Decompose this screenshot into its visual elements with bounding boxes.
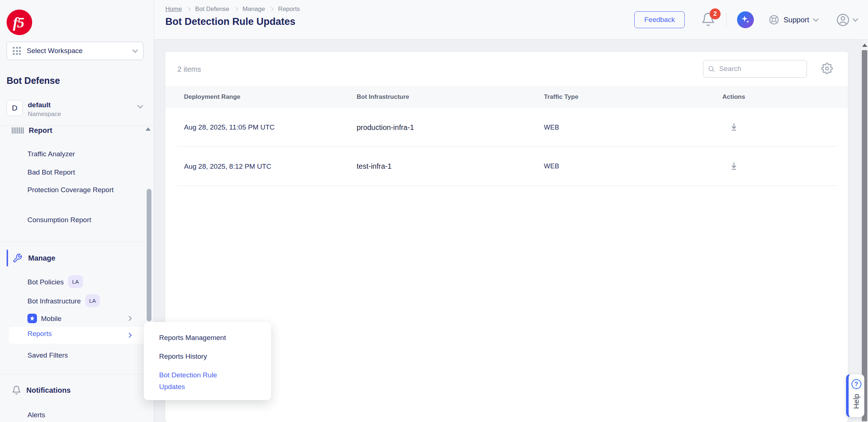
item-label: Bot Policies	[27, 278, 64, 286]
cell-traffic-type: WEB	[525, 124, 679, 131]
column-header-actions: Actions	[679, 93, 789, 101]
breadcrumb-reports[interactable]: Reports	[278, 5, 300, 13]
f5-logo-text: f5	[13, 14, 23, 31]
divider	[0, 242, 154, 242]
download-icon	[729, 122, 739, 132]
sidebar-section-notifications[interactable]: Notifications	[12, 382, 71, 398]
header-actions: Feedback 2 Support	[634, 0, 857, 40]
user-avatar-icon	[836, 13, 850, 27]
breadcrumb: Home Bot Defense Manage Reports	[165, 5, 300, 13]
product-title: Bot Defense	[7, 75, 60, 86]
lifebuoy-icon	[769, 14, 779, 25]
gear-icon	[821, 63, 833, 74]
chevron-down-icon	[813, 16, 819, 22]
table-row: Aug 28, 2025, 8:12 PM UTC test-infra-1 W…	[165, 147, 848, 186]
cell-deployment-range: Aug 28, 2025, 8:12 PM UTC	[165, 163, 338, 171]
sidebar-item-saved-filters[interactable]: Saved Filters	[27, 350, 68, 361]
submenu-item-reports-history[interactable]: Reports History	[159, 351, 261, 362]
download-button[interactable]	[728, 120, 740, 134]
sidebar-section-manage[interactable]: Manage	[12, 250, 55, 266]
sidebar-item-bot-policies[interactable]: Bot PoliciesLA	[27, 275, 83, 288]
cell-bot-infrastructure: production-infra-1	[338, 123, 525, 132]
download-icon	[729, 161, 739, 171]
active-section-indicator	[7, 250, 8, 266]
column-header-bot-infrastructure: Bot Infrastructure	[338, 93, 525, 101]
submenu-item-bot-detection-rule-updates[interactable]: Bot Detection Rule Updates	[159, 369, 238, 393]
support-label: Support	[784, 16, 809, 24]
download-button[interactable]	[728, 160, 740, 173]
breadcrumb-bot-defense[interactable]: Bot Defense	[195, 5, 229, 13]
support-menu[interactable]: Support	[769, 14, 818, 25]
table-row: Aug 28, 2025, 11:05 PM UTC production-in…	[165, 108, 848, 147]
top-header-band: Home Bot Defense Manage Reports Bot Dete…	[154, 0, 868, 40]
scrollbar-up-arrow[interactable]	[862, 44, 867, 47]
sidebar: f5 Select Workspace Bot Defense D defaul…	[0, 0, 154, 422]
chevron-down-icon	[853, 16, 858, 22]
search-icon	[708, 65, 715, 73]
help-tab[interactable]: ? Help	[846, 374, 864, 417]
ai-assistant-button[interactable]	[737, 11, 754, 28]
sidebar-scroll-up-arrow[interactable]	[146, 127, 151, 131]
divider	[0, 374, 154, 374]
search-box	[703, 60, 807, 78]
workspace-selector[interactable]: Select Workspace	[7, 42, 143, 60]
cell-deployment-range: Aug 28, 2025, 11:05 PM UTC	[165, 123, 338, 131]
column-header-traffic-type: Traffic Type	[525, 93, 679, 101]
la-badge: LA	[85, 294, 100, 307]
chevron-right-icon	[270, 7, 274, 11]
cell-bot-infrastructure: test-infra-1	[338, 162, 525, 171]
section-label: Manage	[28, 254, 55, 262]
sidebar-item-alerts[interactable]: Alerts	[27, 409, 45, 421]
notifications-button[interactable]: 2	[701, 11, 716, 28]
sidebar-item-protection-coverage-report[interactable]: Protection Coverage Report	[27, 184, 126, 195]
sidebar-item-bot-infrastructure[interactable]: Bot InfrastructureLA	[27, 294, 100, 307]
sidebar-section-report[interactable]: Report	[12, 126, 52, 138]
f5-logo[interactable]: f5	[7, 10, 32, 35]
cell-traffic-type: WEB	[525, 163, 679, 170]
namespace-name: default	[28, 101, 50, 109]
breadcrumb-home[interactable]: Home	[165, 5, 182, 13]
sidebar-item-mobile[interactable]: Mobile	[0, 313, 154, 324]
namespace-avatar: D	[7, 100, 23, 116]
la-badge: LA	[68, 275, 83, 288]
sidebar-item-consumption-report[interactable]: Consumption Report	[27, 214, 91, 225]
star-badge-icon	[27, 314, 37, 323]
table-settings-button[interactable]	[821, 63, 833, 75]
page-title: Bot Detection Rule Updates	[165, 16, 296, 27]
item-label: Bot Infrastructure	[27, 297, 81, 305]
submenu-item-reports-management[interactable]: Reports Management	[159, 332, 261, 344]
wrench-icon	[12, 253, 22, 263]
namespace-type-label: Namespace	[28, 111, 61, 118]
search-input[interactable]	[719, 65, 802, 73]
feedback-button[interactable]: Feedback	[634, 11, 684, 28]
chevron-right-icon	[187, 7, 191, 11]
workspace-selector-label: Select Workspace	[27, 47, 133, 55]
chevron-down-icon	[138, 103, 143, 109]
reports-flyout-menu: Reports Management Reports History Bot D…	[144, 322, 271, 400]
item-label: Reports	[27, 330, 52, 338]
sparkle-icon	[740, 15, 751, 25]
table-header-row: Deployment Range Bot Infrastructure Traf…	[165, 86, 848, 108]
items-count: 2 items	[177, 65, 201, 74]
divider	[726, 12, 727, 27]
chevron-right-icon	[234, 7, 238, 11]
column-header-deployment-range: Deployment Range	[165, 93, 338, 101]
help-question-icon: ?	[852, 379, 861, 389]
breadcrumb-manage[interactable]: Manage	[243, 5, 265, 13]
bell-icon	[12, 385, 21, 395]
section-label: Notifications	[26, 386, 71, 395]
sidebar-item-bad-bot-report[interactable]: Bad Bot Report	[27, 167, 75, 178]
account-menu[interactable]	[836, 13, 857, 27]
page-scrollbar	[861, 40, 868, 422]
sidebar-item-reports[interactable]: Reports	[9, 327, 145, 344]
sidebar-menu: Report Traffic Analyzer Bad Bot Report P…	[0, 126, 154, 422]
section-label: Report	[29, 126, 52, 135]
workspace-grid-icon	[13, 47, 21, 55]
chevron-right-icon	[127, 316, 132, 321]
chevron-down-icon	[132, 47, 138, 53]
sidebar-scrollbar-thumb[interactable]	[147, 189, 151, 321]
page-scrollbar-thumb[interactable]	[862, 50, 867, 421]
sidebar-item-traffic-analyzer[interactable]: Traffic Analyzer	[27, 148, 75, 160]
bar-chart-icon	[12, 127, 24, 134]
item-label: Mobile	[41, 313, 61, 324]
